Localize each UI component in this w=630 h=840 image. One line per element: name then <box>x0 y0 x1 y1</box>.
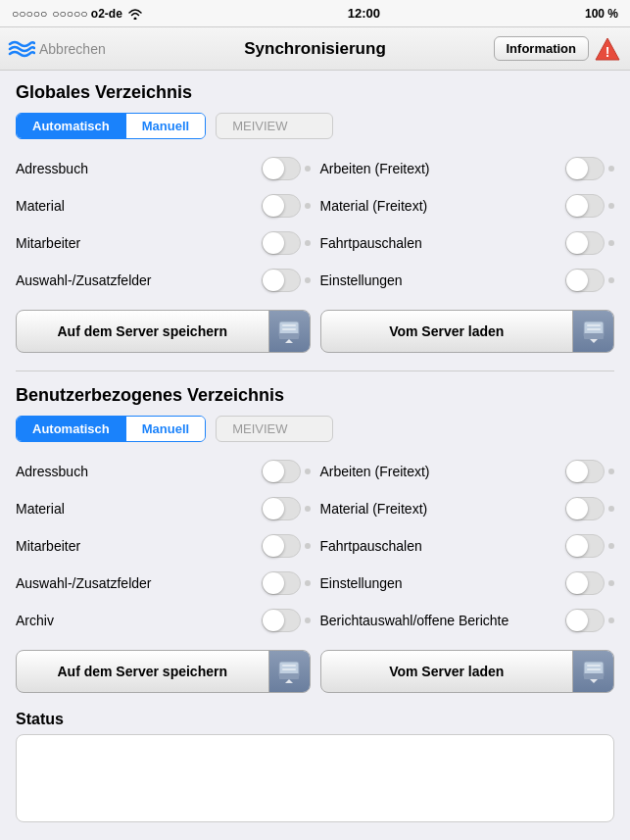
toggle-label: Einstellungen <box>320 272 403 288</box>
carrier-name: ○○○○○ o2-de <box>52 7 122 21</box>
global-save-label: Auf dem Server speichern <box>17 316 268 347</box>
svg-rect-13 <box>279 673 299 679</box>
toggle-label: Fahrtpauschalen <box>320 538 422 554</box>
toggle-row-auswahl-user: Auswahl-/Zusatzfelder <box>16 568 311 599</box>
toggle-row-material-freitext-user: Material (Freitext) <box>320 493 615 524</box>
signal-dots: ○○○○○ <box>12 7 47 21</box>
toggle-switch[interactable] <box>565 157 614 180</box>
global-meiview-label: MEIVIEW <box>216 113 333 139</box>
toggle-label: Material (Freitext) <box>320 198 428 214</box>
toggle-row-auswahl-global: Auswahl-/Zusatzfelder <box>16 265 311 296</box>
toggle-row-adressbuch-global: Adressbuch <box>16 153 311 184</box>
toggle-label: Auswahl-/Zusatzfelder <box>16 575 152 591</box>
user-load-label: Vom Server laden <box>321 656 573 687</box>
toggle-row-einstellungen-global: Einstellungen <box>320 265 615 296</box>
toggle-switch[interactable] <box>262 231 311 255</box>
svg-marker-16 <box>285 679 293 683</box>
global-segment-row: Automatisch Manuell MEIVIEW <box>16 113 614 139</box>
global-load-button[interactable]: Vom Server laden <box>320 310 615 353</box>
svg-marker-6 <box>285 339 293 343</box>
toggle-switch[interactable] <box>262 194 311 218</box>
global-seg-automatisch[interactable]: Automatisch <box>17 114 126 138</box>
info-button[interactable]: Information <box>494 36 590 61</box>
toggle-label: Adressbuch <box>16 161 88 176</box>
toggle-row-arbeiten-user: Arbeiten (Freitext) <box>320 456 615 487</box>
back-button[interactable]: Abbrechen <box>8 39 106 59</box>
toggle-label: Berichtauswahl/offene Berichte <box>320 613 509 628</box>
toggle-label: Einstellungen <box>320 575 403 591</box>
svg-rect-20 <box>587 668 601 670</box>
nav-title: Synchronisierung <box>244 39 386 59</box>
toggle-switch[interactable] <box>262 269 311 292</box>
svg-rect-9 <box>587 324 601 326</box>
section-divider <box>16 371 614 371</box>
svg-rect-4 <box>282 324 296 326</box>
global-load-label: Vom Server laden <box>321 316 573 347</box>
global-action-row: Auf dem Server speichern Vom Server lade… <box>16 310 614 353</box>
status-time: 12:00 <box>348 6 380 21</box>
toggle-switch[interactable] <box>565 269 614 292</box>
toggle-switch[interactable] <box>565 231 614 255</box>
nav-bar: Abbrechen Synchronisierung Information ! <box>0 27 630 71</box>
content-area: Globales Verzeichnis Automatisch Manuell… <box>0 71 630 834</box>
toggle-switch[interactable] <box>262 460 311 483</box>
toggle-switch[interactable] <box>565 534 614 558</box>
toggle-switch[interactable] <box>565 497 614 520</box>
toggle-label: Auswahl-/Zusatzfelder <box>16 272 152 288</box>
global-section: Globales Verzeichnis Automatisch Manuell… <box>16 82 614 353</box>
toggle-label: Archiv <box>16 613 54 628</box>
global-segment-control: Automatisch Manuell <box>16 113 206 139</box>
status-section-title: Status <box>16 711 614 728</box>
user-seg-automatisch[interactable]: Automatisch <box>17 417 126 441</box>
toggle-row-fahrtpauschalen-global: Fahrtpauschalen <box>320 227 615 259</box>
svg-rect-15 <box>282 668 296 670</box>
user-segment-row: Automatisch Manuell MEIVIEW <box>16 416 614 442</box>
wifi-icon <box>127 8 143 20</box>
user-action-row: Auf dem Server speichern Vom Server lade… <box>16 650 614 693</box>
toggle-row-material-global: Material <box>16 190 311 222</box>
toggle-switch[interactable] <box>262 157 311 180</box>
user-save-icon <box>268 651 310 692</box>
toggle-switch[interactable] <box>262 534 311 558</box>
global-toggle-grid: Adressbuch Arbeiten (Freitext) Material <box>16 153 614 296</box>
toggle-label: Mitarbeiter <box>16 235 80 251</box>
warning-icon: ! <box>595 36 620 62</box>
svg-rect-19 <box>587 665 601 667</box>
svg-rect-10 <box>587 328 601 330</box>
svg-marker-21 <box>590 679 598 683</box>
toggle-row-mitarbeiter-global: Mitarbeiter <box>16 227 311 259</box>
toggle-label: Material <box>16 198 65 214</box>
toggle-switch[interactable] <box>565 460 614 483</box>
server-download-icon <box>580 318 607 345</box>
server-upload-icon <box>275 318 303 345</box>
global-load-icon <box>572 311 613 352</box>
toggle-switch[interactable] <box>262 609 311 632</box>
toggle-row-einstellungen-user: Einstellungen <box>320 568 615 599</box>
toggle-label: Adressbuch <box>16 464 88 479</box>
svg-text:!: ! <box>606 44 610 60</box>
toggle-switch[interactable] <box>262 571 311 595</box>
nav-info-area: Information ! <box>494 36 621 62</box>
status-battery: 100 % <box>585 7 618 21</box>
user-seg-manuell[interactable]: Manuell <box>126 417 205 441</box>
global-section-title: Globales Verzeichnis <box>16 82 614 103</box>
toggle-row-material-user: Material <box>16 493 311 524</box>
toggle-switch[interactable] <box>262 497 311 520</box>
svg-marker-11 <box>590 339 598 343</box>
toggle-switch[interactable] <box>565 609 614 632</box>
toggle-switch[interactable] <box>565 571 614 595</box>
global-save-button[interactable]: Auf dem Server speichern <box>16 310 311 353</box>
user-load-button[interactable]: Vom Server laden <box>320 650 615 693</box>
user-save-button[interactable]: Auf dem Server speichern <box>16 650 311 693</box>
toggle-row-mitarbeiter-user: Mitarbeiter <box>16 530 311 562</box>
user-save-label: Auf dem Server speichern <box>17 656 268 687</box>
svg-rect-18 <box>584 673 604 679</box>
svg-rect-5 <box>282 328 296 330</box>
status-carrier: ○○○○○ ○○○○○ o2-de <box>12 7 143 21</box>
toggle-row-material-freitext-global: Material (Freitext) <box>320 190 615 222</box>
user-toggle-grid: Adressbuch Arbeiten (Freitext) Material <box>16 456 614 636</box>
toggle-label: Mitarbeiter <box>16 538 80 554</box>
toggle-switch[interactable] <box>565 194 614 218</box>
global-seg-manuell[interactable]: Manuell <box>126 114 205 138</box>
svg-rect-3 <box>279 333 299 339</box>
